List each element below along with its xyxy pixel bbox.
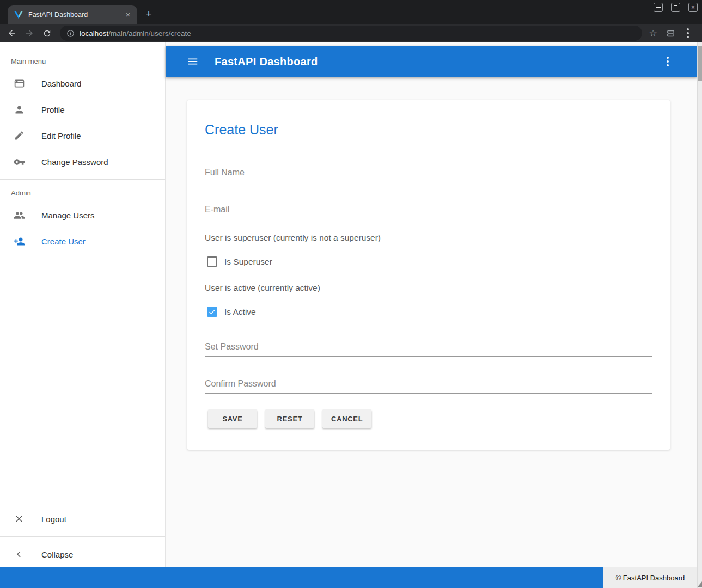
sidebar-divider xyxy=(0,179,165,180)
sidebar-section-admin: Admin xyxy=(0,184,165,202)
sidebar-item-manage-users[interactable]: Manage Users xyxy=(0,202,165,228)
set-password-field xyxy=(205,340,652,357)
page-scrollbar[interactable] xyxy=(697,42,702,588)
sidebar: Main menu Dashboard Profile xyxy=(0,42,166,567)
checkbox-label: Is Active xyxy=(224,307,256,317)
sidebar-item-label: Edit Profile xyxy=(41,131,81,140)
hamburger-menu-icon xyxy=(187,56,199,68)
forward-arrow-icon xyxy=(25,28,34,38)
sidebar-divider xyxy=(0,536,165,537)
browser-window: FastAPI Dashboard × + × localhost/main/a… xyxy=(0,0,702,588)
sidebar-item-collapse[interactable]: Collapse xyxy=(0,541,165,567)
extensions-button[interactable] xyxy=(663,26,678,41)
browser-tab[interactable]: FastAPI Dashboard × xyxy=(8,5,137,24)
appbar-menu-button[interactable] xyxy=(658,52,677,71)
sidebar-item-change-password[interactable]: Change Password xyxy=(0,149,165,175)
nav-drawer-toggle-button[interactable] xyxy=(183,52,203,71)
tab-title: FastAPI Dashboard xyxy=(28,11,123,19)
is-active-checkbox[interactable] xyxy=(207,307,217,317)
extensions-icon xyxy=(666,29,675,38)
browser-titlebar: FastAPI Dashboard × + × xyxy=(0,0,702,24)
window-close-button[interactable]: × xyxy=(688,3,698,12)
page-title: Create User xyxy=(205,122,278,138)
url-path: /main/admin/users/create xyxy=(108,29,191,38)
reset-button[interactable]: RESET xyxy=(265,409,314,428)
sidebar-item-label: Logout xyxy=(41,514,66,524)
scrollbar-corner-grip xyxy=(698,581,702,587)
sidebar-item-label: Change Password xyxy=(41,157,108,167)
key-icon xyxy=(13,156,25,168)
maximize-icon xyxy=(674,5,677,9)
sidebar-item-profile[interactable]: Profile xyxy=(0,96,165,122)
sidebar-item-edit-profile[interactable]: Edit Profile xyxy=(0,122,165,149)
sidebar-item-label: Dashboard xyxy=(41,79,81,88)
superuser-hint: User is superuser (currently is not a su… xyxy=(205,233,381,243)
address-bar[interactable]: localhost/main/admin/users/create xyxy=(60,26,642,41)
is-superuser-checkbox-row[interactable]: Is Superuser xyxy=(207,256,272,267)
active-hint: User is active (currently active) xyxy=(205,283,320,293)
save-button[interactable]: SAVE xyxy=(208,409,257,428)
check-icon xyxy=(208,308,216,316)
back-button[interactable] xyxy=(4,26,20,41)
page-content: Main menu Dashboard Profile xyxy=(0,42,702,588)
sidebar-item-label: Manage Users xyxy=(41,211,95,220)
vuetify-favicon-icon xyxy=(14,10,23,19)
pencil-icon xyxy=(13,130,25,142)
appbar-title: FastAPI Dashboard xyxy=(215,56,318,68)
footer-copyright: © FastAPI Dashboard xyxy=(603,567,697,588)
back-arrow-icon xyxy=(7,28,17,38)
full-name-input[interactable] xyxy=(205,166,652,182)
url-host: localhost xyxy=(80,29,108,38)
sidebar-item-create-user[interactable]: Create User xyxy=(0,228,165,254)
app-bar: FastAPI Dashboard xyxy=(166,46,697,77)
kebab-menu-icon xyxy=(687,28,689,38)
scrollbar-thumb[interactable] xyxy=(698,46,702,81)
create-user-card: Create User User is superuser (currently… xyxy=(187,100,670,450)
person-icon xyxy=(13,103,25,115)
confirm-password-field xyxy=(205,377,652,394)
sidebar-item-dashboard[interactable]: Dashboard xyxy=(0,70,165,96)
people-icon xyxy=(13,209,25,221)
form-actions: SAVE RESET CANCEL xyxy=(208,409,371,428)
email-input[interactable] xyxy=(205,203,652,219)
sidebar-item-label: Collapse xyxy=(41,550,73,559)
footer: © FastAPI Dashboard xyxy=(0,567,697,588)
browser-toolbar: localhost/main/admin/users/create ☆ xyxy=(0,24,702,42)
url-text: localhost/main/admin/users/create xyxy=(80,29,191,38)
browser-menu-button[interactable] xyxy=(680,26,695,41)
footer-bar xyxy=(0,567,603,588)
is-superuser-checkbox[interactable] xyxy=(207,256,217,267)
email-field xyxy=(205,203,652,219)
cancel-button[interactable]: CANCEL xyxy=(322,409,371,428)
minimize-icon xyxy=(656,7,661,8)
close-icon xyxy=(13,513,25,525)
dashboard-icon xyxy=(13,77,25,89)
window-controls: × xyxy=(654,3,698,12)
page-info-icon[interactable] xyxy=(66,29,75,38)
window-minimize-button[interactable] xyxy=(654,3,663,12)
sidebar-item-logout[interactable]: Logout xyxy=(0,506,165,532)
is-active-checkbox-row[interactable]: Is Active xyxy=(207,307,256,317)
full-name-field xyxy=(205,166,652,182)
window-maximize-button[interactable] xyxy=(671,3,680,12)
sidebar-item-label: Profile xyxy=(41,105,65,114)
forward-button[interactable] xyxy=(22,26,37,41)
reload-icon xyxy=(42,29,52,38)
sidebar-bottom: Logout Collapse xyxy=(0,506,165,567)
reload-button[interactable] xyxy=(39,26,54,41)
tab-close-icon[interactable]: × xyxy=(123,10,133,20)
new-tab-button[interactable]: + xyxy=(142,7,156,21)
sidebar-section-main-menu: Main menu xyxy=(0,52,165,70)
bookmark-button[interactable]: ☆ xyxy=(645,26,661,41)
set-password-input[interactable] xyxy=(205,340,652,357)
kebab-menu-icon xyxy=(667,57,669,66)
chevron-left-icon xyxy=(13,548,25,560)
person-add-icon xyxy=(13,235,25,247)
sidebar-item-label: Create User xyxy=(41,237,86,246)
checkbox-label: Is Superuser xyxy=(224,257,272,267)
confirm-password-input[interactable] xyxy=(205,377,652,394)
star-icon: ☆ xyxy=(649,28,657,39)
